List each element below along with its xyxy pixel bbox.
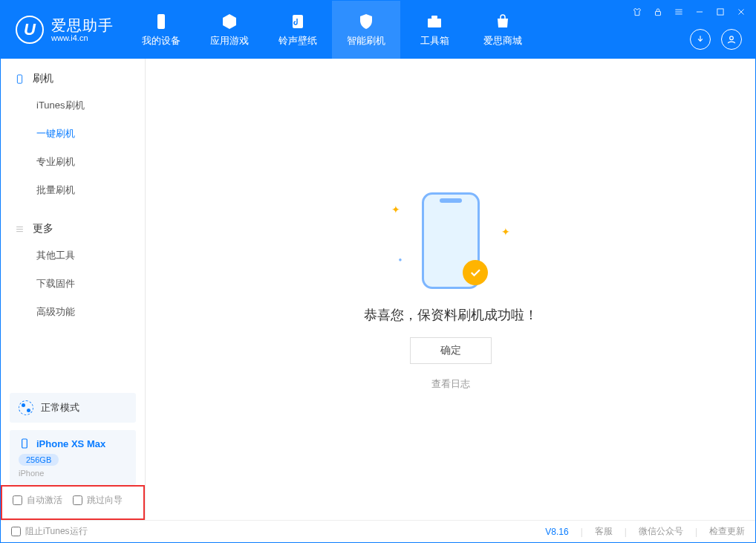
sidebar-section-more: 更多 (1, 222, 145, 241)
checkbox-block-itunes[interactable]: 阻止iTunes运行 (11, 525, 88, 538)
svg-rect-0 (157, 14, 165, 29)
phone-small-icon (19, 438, 30, 449)
svg-rect-3 (431, 16, 437, 19)
tab-label: 铃声壁纸 (278, 34, 317, 48)
version-label: V8.16 (545, 527, 568, 537)
device-mode-card[interactable]: 正常模式 (10, 393, 136, 423)
shield-refresh-icon (356, 12, 376, 31)
logo-icon: U (16, 16, 44, 44)
sidebar-item-itunes-flash[interactable]: iTunes刷机 (1, 91, 145, 120)
footer-link-update[interactable]: 检查更新 (709, 525, 745, 538)
toolbox-icon (425, 12, 444, 31)
maximize-icon[interactable] (712, 4, 729, 20)
device-storage-badge: 256GB (19, 454, 59, 466)
ok-button[interactable]: 确定 (410, 337, 492, 364)
device-type: iPhone (19, 469, 127, 478)
tab-smart-flash[interactable]: 智能刷机 (332, 1, 400, 59)
sidebar-item-batch-flash[interactable]: 批量刷机 (1, 176, 145, 204)
check-badge-icon (463, 260, 488, 285)
app-url: www.i4.cn (51, 33, 114, 42)
sidebar-item-oneclick-flash[interactable]: 一键刷机 (1, 120, 145, 148)
cube-icon (220, 12, 239, 31)
success-illustration: ✦ ✦ ● (377, 189, 525, 293)
footer-link-service[interactable]: 客服 (595, 525, 613, 538)
music-icon (288, 12, 307, 31)
list-icon (14, 224, 25, 235)
phone-icon (151, 12, 171, 31)
checkbox-label: 阻止iTunes运行 (25, 525, 88, 538)
section-title: 刷机 (33, 72, 53, 85)
main-content: ✦ ✦ ● 恭喜您，保资料刷机成功啦！ 确定 查看日志 (146, 59, 755, 520)
tab-label: 爱思商城 (483, 34, 522, 48)
sidebar-section-flash: 刷机 (1, 72, 145, 91)
mode-label: 正常模式 (41, 401, 79, 414)
device-card[interactable]: iPhone XS Max 256GB iPhone (10, 430, 136, 485)
section-title: 更多 (33, 222, 53, 235)
sparkle-icon: ✦ (501, 226, 510, 238)
sidebar-options-highlight: 自动激活 跳过向导 (1, 485, 145, 520)
dot-icon: ● (399, 256, 403, 263)
tab-my-device[interactable]: 我的设备 (127, 1, 195, 59)
separator: | (695, 527, 697, 537)
close-icon[interactable] (733, 4, 749, 20)
logo-block: U 爱思助手 www.i4.cn (1, 1, 127, 59)
svg-rect-5 (717, 9, 723, 15)
mode-icon (19, 400, 33, 415)
header-actions (690, 29, 742, 50)
success-message: 恭喜您，保资料刷机成功啦！ (364, 306, 538, 324)
sidebar: 刷机 iTunes刷机 一键刷机 专业刷机 批量刷机 更多 其他工具 下载固件 … (1, 59, 146, 520)
svg-point-6 (730, 36, 734, 40)
checkbox-auto-activate[interactable]: 自动激活 (13, 494, 62, 507)
svg-rect-4 (656, 11, 661, 15)
tab-label: 工具箱 (420, 34, 449, 48)
checkbox-label: 自动激活 (27, 494, 62, 507)
sidebar-item-advanced[interactable]: 高级功能 (1, 298, 145, 326)
checkbox-input[interactable] (13, 495, 22, 505)
footer-link-wechat[interactable]: 微信公众号 (639, 525, 683, 538)
sparkle-icon: ✦ (391, 204, 400, 215)
tab-ringtones[interactable]: 铃声壁纸 (264, 1, 332, 59)
tab-label: 我的设备 (142, 34, 180, 48)
separator: | (581, 527, 583, 537)
separator: | (625, 527, 627, 537)
sidebar-item-pro-flash[interactable]: 专业刷机 (1, 148, 145, 176)
view-log-link[interactable]: 查看日志 (431, 377, 470, 391)
app-name: 爱思助手 (51, 17, 114, 33)
svg-rect-7 (17, 74, 22, 82)
minimize-icon[interactable] (691, 4, 708, 20)
lock-icon[interactable] (650, 4, 666, 20)
checkbox-skip-guide[interactable]: 跳过向导 (73, 494, 123, 507)
window-controls (629, 4, 749, 20)
tab-label: 智能刷机 (347, 34, 385, 48)
device-name: iPhone XS Max (36, 438, 105, 449)
bag-icon (493, 12, 512, 31)
tab-apps-games[interactable]: 应用游戏 (195, 1, 264, 59)
app-header: U 爱思助手 www.i4.cn 我的设备 应用游戏 铃声壁纸 智能刷机 工具箱 (1, 1, 755, 59)
sidebar-item-download-firmware[interactable]: 下载固件 (1, 270, 145, 298)
tab-toolbox[interactable]: 工具箱 (400, 1, 469, 59)
checkbox-input[interactable] (73, 495, 82, 505)
user-icon[interactable] (721, 29, 742, 50)
tab-store[interactable]: 爱思商城 (469, 1, 537, 59)
checkbox-label: 跳过向导 (87, 494, 123, 507)
checkbox-input[interactable] (11, 527, 21, 536)
svg-rect-2 (428, 19, 441, 27)
device-icon (14, 74, 25, 85)
main-tabs: 我的设备 应用游戏 铃声壁纸 智能刷机 工具箱 爱思商城 (127, 1, 537, 59)
download-icon[interactable] (690, 29, 711, 50)
footer: 阻止iTunes运行 V8.16 | 客服 | 微信公众号 | 检查更新 (1, 520, 755, 542)
tab-label: 应用游戏 (210, 34, 249, 48)
shirt-icon[interactable] (629, 4, 645, 20)
sidebar-item-other-tools[interactable]: 其他工具 (1, 241, 145, 270)
menu-icon[interactable] (671, 4, 687, 20)
svg-rect-8 (22, 439, 27, 448)
